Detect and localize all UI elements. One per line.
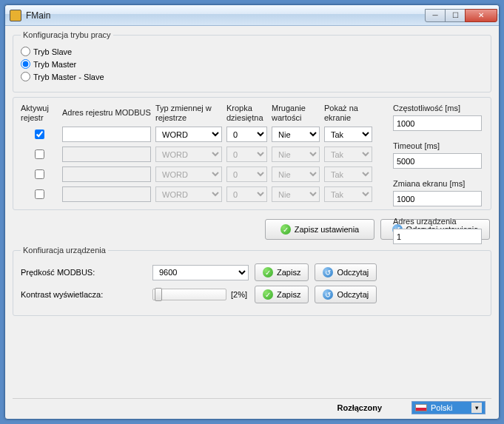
table-row	[21, 147, 58, 161]
speed-read-label: Odczytaj	[337, 268, 369, 277]
flag-poland-icon	[415, 404, 427, 411]
table-row	[21, 127, 58, 141]
speed-label: Prędkość MODBUS:	[21, 268, 147, 277]
hdr-show: Pokaż na ekranie	[324, 104, 372, 122]
chevron-down-icon: ▾	[471, 403, 482, 413]
address-input	[62, 186, 151, 202]
show-select[interactable]: Tak	[324, 127, 372, 142]
dot-select: 0	[226, 186, 267, 202]
maximize-button[interactable]: ☐	[445, 9, 466, 22]
dot-select[interactable]: 0	[226, 127, 267, 142]
type-select[interactable]: WORD	[155, 127, 222, 142]
contrast-read-button[interactable]: ↺ Odczytaj	[315, 286, 377, 303]
contrast-row: Kontrast wyświetlacza: [2%] ✓ Zapisz ↺ O…	[21, 286, 483, 303]
contrast-read-label: Odczytaj	[337, 290, 369, 299]
address-input	[62, 166, 151, 182]
check-icon: ✓	[263, 289, 273, 300]
contrast-slider-wrap: [2%]	[152, 289, 249, 300]
contrast-save-button[interactable]: ✓ Zapisz	[255, 286, 309, 303]
dot-select: 0	[226, 147, 267, 162]
device-group: Konfiuracja urządzenia Prędkość MODBUS: …	[13, 246, 491, 316]
close-button[interactable]: ✕	[465, 9, 497, 22]
device-legend: Konfiuracja urządzenia	[21, 246, 108, 255]
radio-slave[interactable]: Tryb Slave	[21, 47, 483, 56]
table-row	[21, 187, 58, 201]
window-title: FMain	[26, 10, 426, 21]
speed-row: Prędkość MODBUS: 9600 ✓ Zapisz ↺ Odczyta…	[21, 263, 483, 281]
address-input[interactable]	[62, 127, 151, 142]
blink-select: Nie	[272, 186, 320, 202]
show-select: Tak	[324, 186, 372, 202]
show-select: Tak	[324, 166, 372, 182]
minimize-button[interactable]: ─	[425, 9, 446, 22]
language-select[interactable]: Polski ▾	[411, 401, 485, 414]
radio-slave-input[interactable]	[21, 47, 30, 56]
hdr-activate: Aktywuj rejestr	[21, 104, 58, 122]
hdr-address: Adres rejestru MODBUS	[62, 108, 151, 118]
screen-label: Zmiana ekranu [ms]	[393, 179, 482, 188]
blink-select: Nie	[272, 147, 320, 162]
titlebar[interactable]: FMain ─ ☐ ✕	[5, 5, 499, 26]
check-icon: ✓	[280, 224, 291, 235]
table-row	[21, 167, 58, 181]
type-select: WORD	[155, 147, 222, 162]
hdr-dot: Kropka dziesiętna	[226, 104, 267, 122]
hdr-type: Typ zmiennej w rejestrze	[155, 104, 222, 122]
timeout-input[interactable]	[393, 153, 482, 169]
activate-checkbox[interactable]	[35, 169, 44, 179]
blink-select: Nie	[272, 166, 320, 182]
show-select: Tak	[324, 147, 372, 162]
address-input	[62, 147, 151, 162]
dot-select: 0	[226, 166, 267, 182]
contrast-slider[interactable]	[152, 289, 226, 300]
devaddr-label: Adres urządzenia	[393, 217, 482, 226]
refresh-icon: ↺	[323, 267, 333, 277]
radio-master-slave-label: Tryb Master - Slave	[33, 73, 104, 81]
check-icon: ✓	[263, 267, 273, 277]
speed-read-button[interactable]: ↺ Odczytaj	[315, 263, 377, 281]
screen-input[interactable]	[393, 191, 482, 206]
radio-master-input[interactable]	[21, 59, 30, 69]
params-panel: Częstotliwość [ms] Timeout [ms] Zmiana e…	[393, 104, 482, 244]
speed-select[interactable]: 9600	[152, 265, 249, 280]
client-area: Konfiguracja trybu pracy Tryb Slave Tryb…	[5, 26, 499, 419]
devaddr-input[interactable]	[393, 229, 482, 244]
type-select: WORD	[155, 166, 222, 182]
radio-master[interactable]: Tryb Master	[21, 59, 483, 69]
save-settings-button[interactable]: ✓ Zapisz ustawienia	[265, 219, 374, 240]
statusbar: Rozłączony Polski ▾	[13, 398, 491, 416]
language-label: Polski	[431, 403, 452, 412]
radio-slave-label: Tryb Slave	[33, 47, 72, 56]
save-settings-label: Zapisz ustawienia	[295, 225, 359, 234]
blink-select[interactable]: Nie	[272, 127, 320, 142]
slider-thumb[interactable]	[155, 288, 162, 301]
activate-checkbox[interactable]	[35, 129, 44, 139]
mode-group: Konfiguracja trybu pracy Tryb Slave Tryb…	[13, 30, 491, 92]
refresh-icon: ↺	[323, 289, 333, 300]
activate-checkbox[interactable]	[35, 189, 44, 199]
freq-label: Częstotliwość [ms]	[393, 104, 482, 112]
freq-input[interactable]	[393, 115, 482, 131]
mode-legend: Konfiguracja trybu pracy	[21, 30, 113, 39]
window-buttons: ─ ☐ ✕	[426, 9, 497, 22]
activate-checkbox[interactable]	[35, 149, 44, 159]
speed-save-label: Zapisz	[277, 268, 300, 277]
radio-master-slave-input[interactable]	[21, 72, 30, 81]
timeout-label: Timeout [ms]	[393, 141, 482, 150]
type-select: WORD	[155, 186, 222, 202]
connection-status: Rozłączony	[337, 403, 382, 412]
register-group: Aktywuj rejestr Adres rejestru MODBUS Ty…	[13, 97, 491, 210]
contrast-label: Kontrast wyświetlacza:	[21, 290, 147, 299]
contrast-value: [2%]	[231, 290, 247, 299]
contrast-save-label: Zapisz	[277, 290, 300, 299]
radio-master-label: Tryb Master	[33, 60, 76, 69]
hdr-blink: Mruganie wartości	[272, 104, 320, 122]
radio-master-slave[interactable]: Tryb Master - Slave	[21, 72, 483, 81]
app-icon	[10, 10, 21, 21]
app-window: FMain ─ ☐ ✕ Konfiguracja trybu pracy Try…	[4, 4, 500, 420]
speed-save-button[interactable]: ✓ Zapisz	[255, 263, 309, 281]
